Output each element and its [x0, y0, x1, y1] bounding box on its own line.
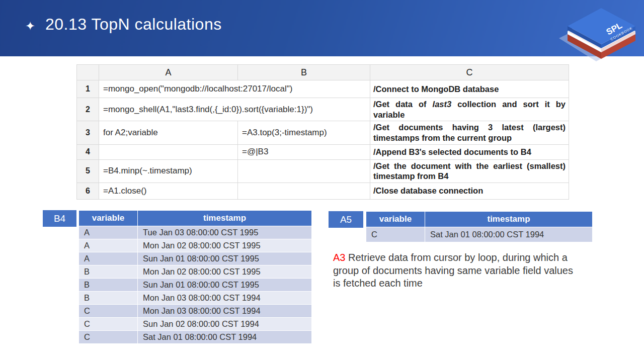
sheet-row-4: 4 =@|B3 /Append B3's selected documents … [77, 144, 569, 159]
grid-col-header-c: C [370, 65, 569, 80]
b4-cell-variable: B [79, 265, 138, 279]
annotation-ref-a3: A3 [333, 252, 345, 263]
b4-cell-timestamp: Mon Jan 02 08:00:00 CST 1995 [138, 265, 312, 279]
b4-cell-timestamp: Sun Jan 01 08:00:00 CST 1995 [138, 279, 312, 292]
cell-ref-b4-label: B4 [43, 210, 76, 227]
cell-B4: =@|B3 [238, 144, 370, 159]
b4-row: BMon Jan 02 08:00:00 CST 1995 [79, 265, 312, 279]
row-header-3: 3 [77, 121, 99, 144]
slide: ✦ 20.13 TopN calculations SPL COOKBOOK A… [0, 0, 644, 362]
sheet-row-3: 3 for A2;variable =A3.top(3;-timestamp) … [77, 121, 569, 144]
b4-cell-timestamp: Sat Jan 01 08:00:00 CST 1994 [138, 331, 312, 344]
b4-cell-variable: B [79, 292, 138, 305]
b4-cell-timestamp: Sun Jan 02 08:00:00 CST 1994 [138, 318, 312, 331]
grid-header-row: A B C [77, 65, 569, 80]
b4-row: BMon Jan 03 08:00:00 CST 1994 [79, 292, 312, 305]
row-header-1: 1 [77, 80, 99, 98]
cell-A2: =mongo_shell(A1,"last3.find(,{_id:0}).so… [99, 98, 370, 121]
b4-cell-timestamp: Tue Jan 03 08:00:00 CST 1995 [138, 226, 312, 239]
grid-col-header-b: B [238, 65, 370, 80]
spl-cookbook-logo: SPL COOKBOOK [550, 2, 643, 65]
b4-cell-variable: A [79, 252, 138, 265]
cell-B5 [238, 159, 370, 183]
annotation: A3 Retrieve data from cursor by loop, du… [333, 251, 576, 290]
sheet-row-1: 1 =mongo_open("mongodb://localhost:27017… [77, 80, 569, 98]
b4-row: BSun Jan 01 08:00:00 CST 1995 [79, 279, 312, 292]
b4-col-timestamp: timestamp [138, 211, 312, 226]
b4-cell-variable: B [79, 279, 138, 292]
sparkle-icon: ✦ [25, 20, 35, 32]
row-header-5: 5 [77, 159, 99, 183]
b4-header-row: variable timestamp [79, 211, 312, 226]
cell-B6 [238, 183, 370, 199]
annotation-text: Retrieve data from cursor by loop, durin… [333, 252, 573, 289]
b4-row: ASun Jan 01 08:00:00 CST 1995 [79, 252, 312, 265]
a5-cell-timestamp: Sat Jan 01 08:00:00 CST 1994 [425, 227, 593, 242]
grid-col-header-a: A [99, 65, 238, 80]
b4-row: AMon Jan 02 08:00:00 CST 1995 [79, 239, 312, 252]
spl-grid-table: A B C 1 =mongo_open("mongodb://localhost… [76, 64, 569, 200]
sheet-row-2: 2 =mongo_shell(A1,"last3.find(,{_id:0}).… [77, 98, 569, 121]
b4-row: CSat Jan 01 08:00:00 CST 1994 [79, 331, 312, 344]
cell-ref-a5-label: A5 [329, 211, 363, 228]
cell-C3: /Get documents having 3 latest (largest)… [370, 121, 569, 144]
a5-col-variable: variable [366, 212, 425, 227]
a5-header-row: variable timestamp [366, 212, 593, 227]
sheet-row-6: 6 =A1.close() /Close database connection [77, 183, 569, 199]
cell-C6: /Close database connection [370, 183, 569, 199]
b4-row: ATue Jan 03 08:00:00 CST 1995 [79, 226, 312, 239]
page-title: 20.13 TopN calculations [45, 15, 222, 34]
b4-col-variable: variable [79, 211, 138, 226]
cell-A4 [99, 144, 238, 159]
row-header-6: 6 [77, 183, 99, 199]
row-header-4: 4 [77, 144, 99, 159]
grid-corner [77, 65, 99, 80]
sheet-row-5: 5 =B4.minp(~.timestamp) /Get the documen… [77, 159, 569, 183]
b4-result-table: variable timestamp ATue Jan 03 08:00:00 … [78, 210, 312, 344]
b4-cell-timestamp: Mon Jan 03 08:00:00 CST 1994 [138, 305, 312, 318]
cell-C5: /Get the document with the earliest (sma… [370, 159, 569, 183]
cell-C2: /Get data of last3 collection and sort i… [370, 98, 569, 121]
b4-cell-timestamp: Mon Jan 03 08:00:00 CST 1994 [138, 292, 312, 305]
b4-row: CMon Jan 03 08:00:00 CST 1994 [79, 305, 312, 318]
header-banner: ✦ 20.13 TopN calculations [0, 0, 644, 56]
a5-cell-variable: C [366, 227, 425, 242]
row-header-2: 2 [77, 98, 99, 121]
b4-cell-variable: A [79, 226, 138, 239]
cell-A5: =B4.minp(~.timestamp) [99, 159, 238, 183]
cell-A3: for A2;variable [99, 121, 238, 144]
cell-A6: =A1.close() [99, 183, 238, 199]
a5-result-table: variable timestamp CSat Jan 01 08:00:00 … [366, 211, 593, 242]
cell-C4: /Append B3's selected documents to B4 [370, 144, 569, 159]
a5-col-timestamp: timestamp [425, 212, 593, 227]
b4-cell-timestamp: Sun Jan 01 08:00:00 CST 1995 [138, 252, 312, 265]
a5-row: CSat Jan 01 08:00:00 CST 1994 [366, 227, 593, 242]
b4-cell-timestamp: Mon Jan 02 08:00:00 CST 1995 [138, 239, 312, 252]
b4-cell-variable: C [79, 305, 138, 318]
cell-A1: =mongo_open("mongodb://localhost:27017/l… [99, 80, 370, 98]
b4-cell-variable: A [79, 239, 138, 252]
b4-cell-variable: C [79, 318, 138, 331]
b4-cell-variable: C [79, 331, 138, 344]
cell-B3: =A3.top(3;-timestamp) [238, 121, 370, 144]
cell-C1: /Connect to MongoDB database [370, 80, 569, 98]
b4-row: CSun Jan 02 08:00:00 CST 1994 [79, 318, 312, 331]
